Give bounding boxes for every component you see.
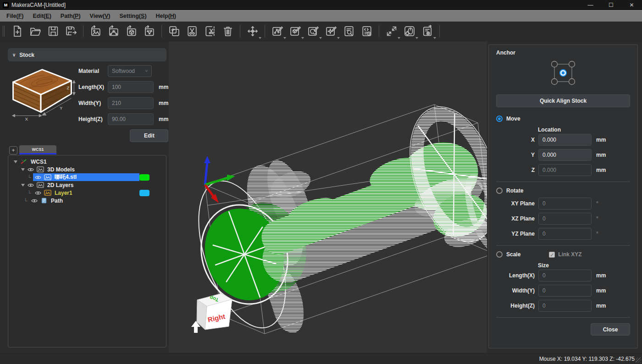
tree-item-2d-layers[interactable]: 2D Layers [8,181,166,189]
scale-width-unit: mm [596,287,606,294]
import-image-icon[interactable] [87,23,105,40]
edit-stock-button[interactable]: Edit [130,129,168,142]
link-xyz-label: Link XYZ [558,251,581,258]
stock-preview-image: Z Y X [8,65,77,142]
scale-length-label: Length(X) [496,272,535,279]
location-label: Location [538,127,630,133]
cut-icon[interactable] [183,23,201,40]
toolbar-drag-handle[interactable] [3,26,5,37]
move-radio[interactable] [496,116,503,122]
xz-plane-field[interactable] [538,213,592,225]
stock-section-header[interactable]: ∨ Stock [8,48,166,61]
move-y-unit: mm [596,152,606,158]
toolbar [0,22,642,41]
scale-width-label: Width(Y) [496,287,535,294]
save-file-icon[interactable] [44,23,62,40]
scale-height-label: Height(Z) [496,303,535,309]
maximize-button[interactable]: ☐ [601,0,621,10]
anchor-corner-tl[interactable] [552,61,558,67]
edit-spiral-icon[interactable] [304,23,322,40]
menu-path[interactable]: Path(P) [56,11,85,22]
width-y-field[interactable] [108,97,154,109]
edit-model-icon[interactable] [286,23,304,40]
view-cube[interactable]: Top Right [197,293,232,330]
scale-radio[interactable] [496,251,503,258]
expander-icon[interactable] [21,184,25,187]
import-mesh-icon[interactable] [140,23,158,40]
minimize-button[interactable]: — [580,0,601,10]
mouse-settings-icon[interactable] [400,23,418,40]
menu-setting[interactable]: Setting(S) [115,11,151,22]
wcs-tab[interactable]: WCS1 [19,145,56,154]
model-color-swatch[interactable] [139,174,149,181]
expander-icon[interactable] [14,160,17,163]
height-z-field[interactable] [108,113,154,125]
open-file-icon[interactable] [26,23,44,40]
transform-icon[interactable] [244,23,261,40]
move-z-field[interactable] [538,164,592,176]
visibility-eye-icon[interactable] [28,182,34,188]
yz-plane-unit: ° [596,231,598,237]
tree-item-path[interactable]: └ Path [8,197,166,204]
visibility-eye-icon[interactable] [31,198,38,204]
xy-plane-field[interactable] [538,198,592,210]
edit-laser-icon[interactable] [322,23,340,40]
menu-view[interactable]: View(V) [85,11,115,22]
window-title: MakeraCAM-[Untitled] [11,2,66,8]
gcode-time-icon[interactable] [358,23,376,40]
anchor-corner-br[interactable] [569,79,575,85]
tree-item-stl-model[interactable]: └ 哪吒4.stl [8,173,166,181]
add-wcs-tab-button[interactable]: + [9,146,17,154]
menubar: File(F) Edit(E) Path(P) View(V) Setting(… [0,10,642,22]
import-curve-icon[interactable] [105,23,122,40]
length-x-unit: mm [159,84,168,90]
visibility-eye-icon[interactable] [35,175,42,180]
select-chevron-icon: ˅ [145,69,148,73]
expander-icon[interactable] [21,168,25,171]
anchor-corner-bl[interactable] [552,79,558,85]
delete-icon[interactable] [219,23,237,40]
menu-file[interactable]: File(F) [2,11,28,22]
edit-points-icon[interactable] [268,23,286,40]
fit-view-icon[interactable] [382,23,400,40]
scale-width-field[interactable] [538,285,592,297]
move-y-field[interactable] [538,149,592,161]
stock-y-label: Y [60,105,63,110]
tree-item-wcs1[interactable]: WCS1 [8,158,166,165]
regenerate-settings-icon[interactable] [418,23,436,40]
trim-icon[interactable] [201,23,219,40]
quick-align-stock-button[interactable]: Quick Align Stock [496,94,630,107]
save-as-file-icon[interactable] [62,23,80,40]
tree-item-layer1[interactable]: └ Layer1 [8,189,166,197]
rotate-radio[interactable] [496,188,503,194]
preview-gcode-icon[interactable] [340,23,358,40]
length-x-field[interactable] [108,81,154,93]
anchor-corner-tr[interactable] [569,61,575,67]
close-panel-button[interactable]: Close [591,323,630,336]
main-content: Top Right ∨ Stock [0,41,642,353]
close-window-button[interactable]: ✕ [621,0,642,10]
resize-grip[interactable] [636,358,641,363]
scale-length-field[interactable] [538,270,592,281]
material-select[interactable]: Softwood ˅ [108,65,152,77]
visibility-eye-icon[interactable] [28,167,34,172]
menu-help[interactable]: Help(H) [151,11,181,22]
link-xyz-checkbox[interactable]: ✓ [549,252,555,258]
anchor-point-selector[interactable] [496,59,630,89]
anchor-panel: Anchor Quick Align Stock Move Location X… [488,44,638,348]
move-x-unit: mm [596,137,606,143]
new-file-icon[interactable] [8,23,26,40]
scale-height-unit: mm [596,303,606,309]
yz-plane-field[interactable] [538,228,592,240]
visibility-eye-icon[interactable] [35,190,42,196]
move-x-field[interactable] [538,134,592,146]
layer-color-swatch[interactable] [139,190,149,196]
mouse-coordinates: Mouse X: 19.034 Y: 119.303 Z: -42.675 [539,356,635,362]
duplicate-icon[interactable] [165,23,183,40]
scale-height-field[interactable] [538,300,592,312]
viewport-3d[interactable]: Top Right [169,41,487,353]
tree-item-3d-models[interactable]: 3D Models [8,165,166,173]
selected-row-highlight[interactable]: 哪吒4.stl [33,173,139,181]
import-model-icon[interactable] [122,23,140,40]
menu-edit[interactable]: Edit(E) [28,11,56,22]
